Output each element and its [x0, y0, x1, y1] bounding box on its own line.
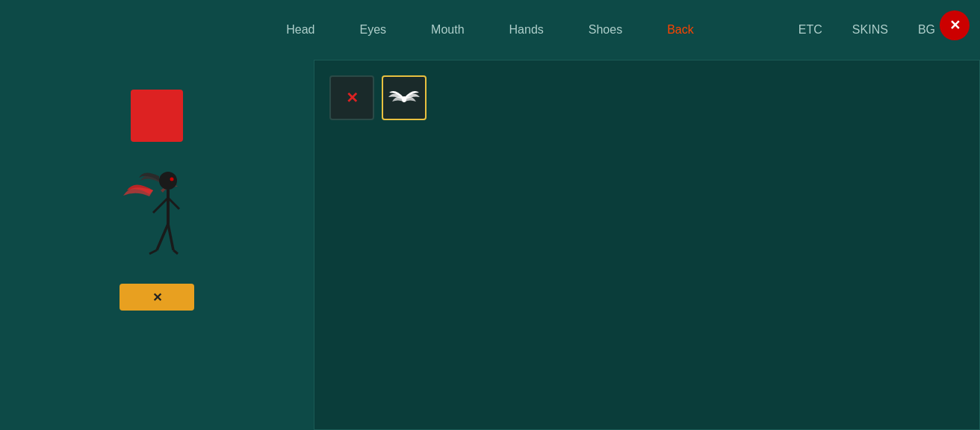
items-grid: ✕	[314, 60, 979, 135]
main-panel: ✕	[314, 60, 980, 430]
nav-etc[interactable]: ETC	[798, 23, 822, 37]
character-preview	[112, 149, 202, 269]
wings-item-icon	[388, 87, 421, 109]
svg-line-2	[153, 198, 168, 213]
nav-hands[interactable]: Hands	[509, 23, 544, 37]
svg-point-0	[159, 172, 177, 190]
svg-line-3	[168, 198, 179, 209]
item-wings[interactable]	[382, 75, 427, 120]
nav-back[interactable]: Back	[667, 23, 694, 37]
character-svg	[112, 149, 202, 269]
svg-line-5	[168, 224, 173, 250]
nav-skins[interactable]: SKINS	[852, 23, 888, 37]
svg-line-4	[157, 224, 168, 250]
color-swatch[interactable]	[131, 90, 183, 142]
item-x-icon: ✕	[346, 89, 359, 107]
nav-mouth[interactable]: Mouth	[431, 23, 464, 37]
nav-eyes[interactable]: Eyes	[360, 23, 387, 37]
nav-bg[interactable]: BG	[918, 23, 935, 37]
right-nav: ETC SKINS BG	[798, 0, 935, 60]
svg-point-9	[402, 96, 406, 102]
svg-line-7	[173, 250, 178, 254]
nav-head[interactable]: Head	[286, 23, 314, 37]
nav-shoes[interactable]: Shoes	[589, 23, 622, 37]
left-panel	[0, 60, 314, 430]
item-none[interactable]: ✕	[329, 75, 374, 120]
svg-line-6	[149, 250, 157, 254]
remove-button[interactable]	[120, 284, 194, 311]
close-button[interactable]	[940, 10, 970, 40]
svg-point-8	[170, 178, 174, 181]
